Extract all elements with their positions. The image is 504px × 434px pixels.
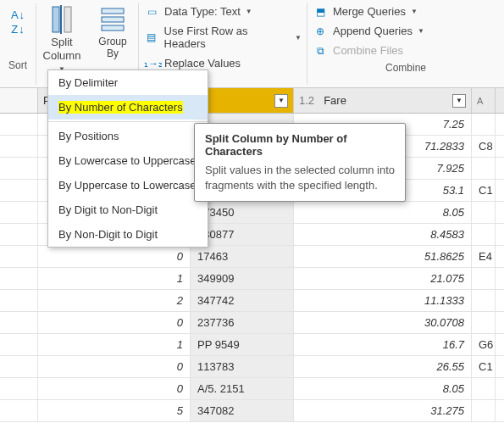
table-row[interactable]: 011378326.55C1 bbox=[0, 356, 504, 378]
cell-c bbox=[472, 268, 496, 289]
sort-desc-button[interactable]: Z↓ bbox=[11, 23, 24, 36]
menu-item-label: By Number of Characters bbox=[58, 101, 183, 114]
menu-item-by-number-of-characters[interactable]: By Number of Characters bbox=[48, 95, 208, 120]
cell-ticket: 237736 bbox=[191, 312, 294, 333]
table-row[interactable]: 234774211.1333 bbox=[0, 290, 504, 312]
cell-index bbox=[0, 246, 38, 267]
menu-item-label: By Delimiter bbox=[58, 76, 118, 89]
merge-queries-button[interactable]: ⬒ Merge Queries ▼ bbox=[307, 2, 504, 21]
cell-c bbox=[472, 400, 496, 421]
cell-index bbox=[0, 158, 38, 179]
split-column-menu: By DelimiterBy Number of CharactersBy Po… bbox=[47, 70, 208, 248]
cell-c: G6 bbox=[472, 334, 496, 355]
table-row[interactable]: 534708231.275 bbox=[0, 400, 504, 422]
cell-c bbox=[472, 158, 496, 179]
cell-c bbox=[472, 202, 496, 223]
split-column-button[interactable]: Split Column ▼ bbox=[36, 0, 87, 78]
append-queries-button[interactable]: ⊕ Append Queries ▼ bbox=[307, 21, 504, 41]
svg-rect-0 bbox=[53, 7, 59, 32]
combine-files-icon: ⧉ bbox=[313, 45, 328, 57]
append-label: Append Queries bbox=[333, 25, 413, 37]
combine-files-button[interactable]: ⧉ Combine Files bbox=[307, 41, 504, 60]
cell-ticket: 347082 bbox=[191, 400, 294, 421]
cell-parch: 2 bbox=[38, 290, 191, 311]
column-header-abc[interactable]: A bbox=[472, 88, 496, 113]
row-index-header bbox=[0, 88, 38, 113]
split-column-icon bbox=[38, 3, 86, 36]
svg-rect-3 bbox=[102, 8, 124, 14]
cell-parch: 5 bbox=[38, 400, 191, 421]
middle-ribbon-column: ▭ Data Type: Text ▼ ▤ Use First Row as H… bbox=[139, 0, 307, 73]
menu-item-label: By Non-Digit to Digit bbox=[58, 228, 158, 241]
append-icon: ⊕ bbox=[313, 25, 328, 37]
svg-rect-5 bbox=[102, 25, 124, 31]
table-row[interactable]: 1PP 954916.7G6 bbox=[0, 334, 504, 356]
table-row[interactable]: 0A/5. 21518.05 bbox=[0, 378, 504, 400]
sort-asc-button[interactable]: A↓ bbox=[11, 8, 25, 21]
replace-label: Replace Values bbox=[164, 57, 241, 70]
data-type-button[interactable]: ▭ Data Type: Text ▼ bbox=[139, 2, 307, 21]
table-row[interactable]: 023773630.0708 bbox=[0, 312, 504, 334]
menu-item-label: By Digit to Non-Digit bbox=[58, 203, 158, 216]
cell-c bbox=[472, 114, 496, 135]
cell-c bbox=[472, 312, 496, 333]
column-filter-button[interactable]: ▼ bbox=[274, 94, 288, 108]
merge-label: Merge Queries bbox=[333, 5, 406, 18]
split-column-label: Split Column ▼ bbox=[38, 36, 86, 75]
cell-index bbox=[0, 312, 38, 333]
tooltip-title: Split Column by Number of Characters bbox=[205, 132, 395, 158]
menu-item-label: By Positions bbox=[58, 130, 119, 142]
group-by-label: Group By bbox=[89, 36, 136, 60]
column-filter-button[interactable]: ▼ bbox=[452, 94, 466, 108]
cell-parch: 0 bbox=[38, 356, 191, 377]
cell-fare: 16.7 bbox=[294, 334, 472, 355]
menu-item-by-non-digit-to-digit[interactable]: By Non-Digit to Digit bbox=[48, 222, 208, 247]
table-row[interactable]: 134990921.075 bbox=[0, 268, 504, 290]
first-row-label: Use First Row as Headers bbox=[164, 25, 290, 50]
cell-index bbox=[0, 224, 38, 245]
headers-icon: ▤ bbox=[144, 31, 159, 43]
cell-fare: 8.05 bbox=[294, 378, 472, 399]
menu-item-by-uppercase-to-lowercase[interactable]: By Uppercase to Lowercase bbox=[48, 173, 208, 198]
group-by-button[interactable]: Group By bbox=[87, 0, 138, 64]
menu-item-by-lowercase-to-uppercase[interactable]: By Lowercase to Uppercase bbox=[48, 148, 208, 173]
cell-parch: 0 bbox=[38, 246, 191, 267]
cell-c bbox=[472, 224, 496, 245]
first-row-headers-button[interactable]: ▤ Use First Row as Headers ▼ bbox=[139, 21, 307, 53]
cell-index bbox=[0, 114, 38, 135]
data-type-label: Data Type: Text bbox=[164, 5, 241, 18]
cell-fare: 51.8625 bbox=[294, 246, 472, 267]
tooltip-body: Split values in the selected column into… bbox=[205, 163, 395, 192]
combine-files-label: Combine Files bbox=[333, 44, 403, 57]
cell-index bbox=[0, 202, 38, 223]
table-row[interactable]: 01746351.8625E4 bbox=[0, 246, 504, 268]
cell-index bbox=[0, 136, 38, 157]
data-type-icon: ▭ bbox=[144, 6, 159, 18]
cell-c: C1 bbox=[472, 356, 496, 377]
cell-ticket: A/5. 2151 bbox=[191, 378, 294, 399]
cell-ticket: 347742 bbox=[191, 290, 294, 311]
cell-fare: 8.4583 bbox=[294, 224, 472, 245]
cell-fare: 21.075 bbox=[294, 268, 472, 289]
column-header-fare[interactable]: 1.2 Fare ▼ bbox=[294, 88, 472, 113]
menu-item-by-positions[interactable]: By Positions bbox=[48, 124, 208, 148]
merge-icon: ⬒ bbox=[313, 6, 328, 18]
menu-separator bbox=[48, 121, 208, 122]
cell-parch: 1 bbox=[38, 334, 191, 355]
fare-type-prefix: 1.2 bbox=[299, 94, 314, 107]
sort-group-label: Sort bbox=[2, 59, 34, 71]
menu-item-by-delimiter[interactable]: By Delimiter bbox=[48, 70, 208, 95]
svg-rect-4 bbox=[102, 17, 124, 22]
cell-index bbox=[0, 400, 38, 421]
replace-icon: ₁→₂ bbox=[144, 58, 159, 70]
sort-group: A↓ Z↓ Sort bbox=[0, 0, 36, 75]
menu-item-by-digit-to-non-digit[interactable]: By Digit to Non-Digit bbox=[48, 198, 208, 222]
cell-c: E4 bbox=[472, 246, 496, 267]
cell-ticket: 349909 bbox=[191, 268, 294, 289]
cell-fare: 8.05 bbox=[294, 202, 472, 223]
cell-index bbox=[0, 180, 38, 201]
cell-index bbox=[0, 356, 38, 377]
cell-parch: 0 bbox=[38, 378, 191, 399]
cell-index bbox=[0, 290, 38, 311]
cell-fare: 11.1333 bbox=[294, 290, 472, 311]
